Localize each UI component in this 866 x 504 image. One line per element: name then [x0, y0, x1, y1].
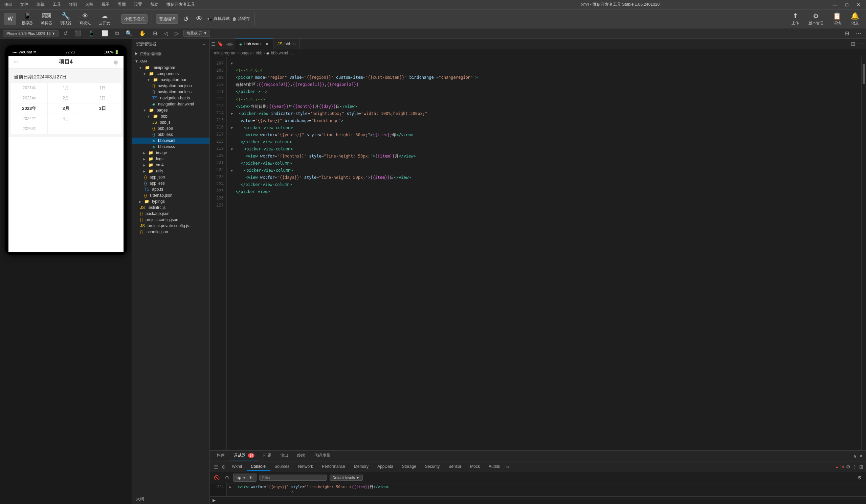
tab-close-button[interactable]: ✕ [265, 41, 269, 47]
grid-button[interactable]: ⊞ [151, 30, 159, 37]
more-editor-button[interactable]: ⋯ [858, 41, 863, 47]
menu-item-tool[interactable]: 工具 [52, 1, 62, 8]
close-panel-button[interactable]: ✕ [859, 453, 863, 459]
devtab-sensor[interactable]: Sensor [444, 463, 465, 471]
console-bottom-arrow[interactable]: ▶ [212, 498, 215, 503]
split-button[interactable]: ⊞ [843, 30, 851, 37]
cloud-button[interactable]: ☁ 云开发 [96, 11, 113, 27]
devtab-mock[interactable]: Mock [466, 463, 484, 471]
devtab-sources[interactable]: Sources [270, 463, 293, 471]
tree-nav-ts[interactable]: TS navigation-bar.ts [132, 95, 210, 101]
tree-components[interactable]: ▼ 📁 components [132, 71, 210, 77]
fold-215[interactable]: ▼ [231, 111, 233, 117]
hand-button[interactable]: ✋ [137, 30, 148, 37]
menu-item-help[interactable]: 帮助 [149, 1, 160, 8]
breadcrumb-pages[interactable]: pages [241, 51, 252, 55]
menu-item-select[interactable]: 选择 [84, 1, 95, 8]
tree-eslintrc[interactable]: JS .eslintrc.js [132, 205, 210, 210]
menu-item-edit[interactable]: 编辑 [35, 1, 46, 8]
detail-button[interactable]: 📋 详情 [830, 11, 844, 27]
tree-project-config[interactable]: {} project.config.json [132, 217, 210, 223]
split-editor-button[interactable]: ⊞ [851, 41, 855, 47]
level-select[interactable]: Default levels ▼ [330, 474, 363, 481]
devtools-settings-button[interactable]: ⚙ [846, 464, 851, 470]
fold-223[interactable]: ▼ [231, 167, 233, 174]
search-page-button[interactable]: 🔍 [123, 30, 134, 37]
context-eye-button[interactable]: 👁 [247, 474, 254, 481]
tree-nav-json[interactable]: {} navigation-bar.json [132, 83, 210, 89]
tree-app-json[interactable]: {} app.json [132, 174, 210, 180]
tree-pages[interactable]: ▼ 📁 pages [132, 107, 210, 113]
devtools-more-button[interactable]: ⋮ [853, 464, 857, 470]
devtab-audits[interactable]: Audits [485, 463, 504, 471]
console-inspect-button[interactable]: ⊙ [224, 474, 231, 481]
filter-input[interactable] [259, 474, 327, 481]
tab-debugger[interactable]: 调试器 14 [230, 451, 258, 460]
tree-typings[interactable]: ▶ 📁 typings [132, 198, 210, 205]
menu-item-interface[interactable]: 界面 [116, 1, 127, 8]
tree-tsconfig[interactable]: {} tsconfig.json [132, 229, 210, 235]
hot-reload-toggle[interactable]: 热重载 开 ▼ [184, 30, 210, 37]
collapse-panel-button[interactable]: ∧ [853, 453, 856, 459]
devtools-expand-button[interactable]: ⊞ [859, 464, 863, 470]
breadcrumb-bbb-wxml[interactable]: bbb.wxml [271, 51, 288, 55]
tree-utils[interactable]: ▶ 📁 utils [132, 168, 210, 174]
devtab-wxml[interactable]: Wxml [228, 463, 246, 471]
menu-item-project[interactable]: 项目 [3, 1, 13, 8]
fold-console-224[interactable]: ▶ [230, 484, 232, 490]
tree-miniprogram[interactable]: ▼ 📁 miniprogram [132, 65, 210, 71]
tree-nav-less[interactable]: {} navigation-bar.less [132, 89, 210, 95]
tree-image[interactable]: ▶ 📁 image [132, 150, 210, 156]
menu-item-goto[interactable]: 转到 [68, 1, 78, 8]
fold-217[interactable]: ▼ [231, 125, 233, 131]
more-button[interactable]: ⋯ [854, 30, 863, 37]
visual-button[interactable]: 👁 可视化 [77, 11, 93, 27]
minimize-button[interactable]: — [830, 1, 840, 8]
console-pointer-btn[interactable]: ⊙ [220, 463, 227, 471]
menu-item-settings[interactable]: 设置 [133, 1, 144, 8]
tree-bbb-js[interactable]: JS bbb.js [132, 119, 210, 125]
device-select[interactable]: iPhone 6/7/8 Plus 100% 16 ▼ [3, 31, 58, 36]
tree-bbb-wxss[interactable]: ◈ bbb.wxss [132, 144, 210, 150]
bookmark-icon[interactable]: 🔖 [218, 41, 223, 47]
reload-button[interactable]: ↺ [61, 30, 70, 37]
editor-scrollbar[interactable] [861, 57, 866, 450]
root-section[interactable]: ▼ XM4 [132, 58, 210, 65]
settings-file-icon[interactable]: ☰ [211, 41, 215, 47]
menu-item-view[interactable]: 视图 [100, 1, 111, 8]
debugger-button[interactable]: 🔧 调试器 [57, 11, 74, 27]
tab-output[interactable]: 输出 [276, 451, 292, 460]
tab-issues[interactable]: 问题 [259, 451, 276, 460]
close-button[interactable]: ✕ [854, 1, 863, 8]
devtab-console[interactable]: Console [247, 463, 270, 471]
tree-xm4[interactable]: ▶ 📁 xm4 [132, 162, 210, 168]
console-clear-button[interactable]: 🚫 [212, 474, 221, 481]
tree-app-ts[interactable]: TS app.ts [132, 186, 210, 192]
upload-button[interactable]: ⬆ 上传 [789, 11, 802, 27]
real-debug[interactable]: 📲 真机调试 [207, 16, 230, 22]
tab-code-quality[interactable]: 代码质量 [310, 451, 334, 460]
tree-bbb-less[interactable]: {} bbb.less [132, 131, 210, 138]
simulator-button[interactable]: 📱 模拟器 [19, 11, 35, 27]
fold-220[interactable]: ▼ [231, 146, 233, 152]
tree-project-private[interactable]: JS project.private.config.js... [132, 223, 210, 229]
screen-button[interactable]: ⬜ [100, 30, 110, 37]
open-editors-section[interactable]: ▶ 打开的编辑器 [132, 50, 210, 58]
phone-mode-button[interactable]: 📱 [86, 30, 97, 37]
refresh-button[interactable]: ↺ [181, 14, 191, 24]
nav-forward-button[interactable]: ▶ [230, 41, 233, 47]
nav-back-button[interactable]: ◀ [226, 41, 230, 47]
tree-bbb-wxml[interactable]: ◈ bbb.wxml [132, 138, 210, 144]
menu-item-wechat[interactable]: 微信开发者工具 [165, 1, 196, 8]
tree-package[interactable]: {} package.json [132, 210, 210, 217]
mode-select[interactable]: 小程序模式 [121, 14, 147, 24]
devtab-storage[interactable]: Storage [398, 463, 420, 471]
breadcrumb-more[interactable]: ... [292, 51, 296, 55]
context-selector[interactable]: top ▼ 👁 [233, 473, 256, 482]
devtab-memory[interactable]: Memory [350, 463, 373, 471]
tree-navigation-bar[interactable]: ▼ 📁 navigation-bar [132, 77, 210, 83]
tree-app-less[interactable]: {} app.less [132, 180, 210, 186]
compile-select[interactable]: 普通编译 [156, 14, 178, 24]
code-content[interactable]: ▼ <!--4.4.6.4 <picker mode="region" valu… [227, 57, 861, 450]
tree-bbb[interactable]: ▼ 📁 bbb [132, 113, 210, 119]
